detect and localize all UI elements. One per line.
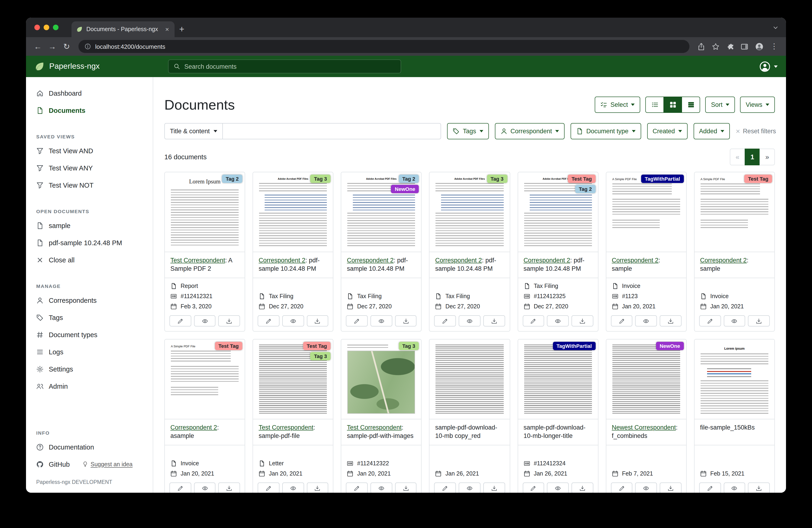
share-icon[interactable] xyxy=(697,42,705,51)
select-button[interactable]: Select xyxy=(595,97,640,113)
download-button[interactable] xyxy=(307,315,328,327)
view-button[interactable] xyxy=(635,483,657,493)
back-button[interactable]: ← xyxy=(32,42,44,51)
download-button[interactable] xyxy=(218,315,240,327)
edit-button[interactable] xyxy=(523,483,544,493)
sidebar-item-admin[interactable]: Admin xyxy=(26,377,153,395)
view-button[interactable] xyxy=(371,315,392,327)
tags-filter-button[interactable]: Tags xyxy=(447,123,489,139)
sidebar-item-correspondents[interactable]: Correspondents xyxy=(26,291,153,309)
close-all-button[interactable]: Close all xyxy=(26,251,153,268)
browser-menu-icon[interactable]: ⋮ xyxy=(768,43,780,50)
reload-button[interactable]: ↻ xyxy=(60,42,73,51)
edit-button[interactable] xyxy=(699,483,721,493)
correspondent-link[interactable]: Test Correspondent xyxy=(259,424,314,431)
correspondent-link[interactable]: Correspondent 2 xyxy=(700,257,747,264)
views-button[interactable]: Views xyxy=(740,97,775,113)
document-thumbnail[interactable]: Adobe Acrobat PDF FilesTag 3 xyxy=(430,172,509,252)
global-search-input[interactable]: Search documents xyxy=(168,59,401,73)
document-thumbnail[interactable]: A Simple PDF FileTest Tag xyxy=(695,172,774,252)
tag-badge[interactable]: Tag 3 xyxy=(310,175,331,183)
suggest-idea-link[interactable]: Suggest an idea xyxy=(82,461,133,467)
download-button[interactable] xyxy=(660,315,681,327)
tag-badge[interactable]: Test Tag xyxy=(215,342,242,350)
document-thumbnail[interactable]: Tag 3 xyxy=(342,340,421,419)
view-button[interactable] xyxy=(547,483,569,493)
open-document-pdf-sample-10-24-48-pm[interactable]: pdf-sample 10.24.48 PM xyxy=(26,234,153,251)
sidebar-item-documents[interactable]: Documents xyxy=(26,102,153,119)
correspondent-link[interactable]: Test Correspondent xyxy=(347,424,402,431)
tag-badge[interactable]: Tag 3 xyxy=(398,342,419,350)
window-minimize-button[interactable] xyxy=(44,25,49,30)
tag-badge[interactable]: NewOne xyxy=(656,342,684,350)
edit-button[interactable] xyxy=(346,483,368,493)
pagination-page-1[interactable]: 1 xyxy=(745,148,760,165)
edit-button[interactable] xyxy=(170,315,191,327)
document-thumbnail[interactable] xyxy=(430,340,509,419)
edit-button[interactable] xyxy=(611,483,632,493)
tag-badge[interactable]: TagWithPartial xyxy=(641,175,684,183)
correspondent-link[interactable]: Correspondent 2 xyxy=(523,257,570,264)
view-button[interactable] xyxy=(547,315,569,327)
document-type-filter-button[interactable]: Document type xyxy=(570,123,641,139)
sort-button[interactable]: Sort xyxy=(706,97,735,113)
view-button[interactable] xyxy=(371,483,392,493)
document-thumbnail[interactable]: Test TagTag 3 xyxy=(253,340,333,419)
download-button[interactable] xyxy=(748,315,770,327)
sidebar-item-documentation[interactable]: Documentation xyxy=(26,438,153,456)
edit-button[interactable] xyxy=(170,483,191,493)
download-button[interactable] xyxy=(571,315,593,327)
document-thumbnail[interactable]: A Simple PDF FileTest Tag xyxy=(165,340,245,419)
correspondent-link[interactable]: Test Correspondent xyxy=(170,257,225,264)
download-button[interactable] xyxy=(483,483,505,493)
document-thumbnail[interactable]: NewOne xyxy=(606,340,686,419)
document-thumbnail[interactable]: Lorem IpsumTag 2 xyxy=(165,172,245,252)
created-filter-button[interactable]: Created xyxy=(647,123,687,139)
forward-button[interactable]: → xyxy=(46,42,58,51)
view-button[interactable] xyxy=(194,483,215,493)
correspondent-link[interactable]: Correspondent 2 xyxy=(170,424,217,431)
pagination-next-button[interactable]: » xyxy=(759,148,775,165)
browser-tab[interactable]: Documents - Paperless-ngx × xyxy=(72,22,175,37)
window-close-button[interactable] xyxy=(34,25,40,30)
view-button[interactable] xyxy=(724,483,745,493)
correspondent-link[interactable]: Correspondent 2 xyxy=(612,257,658,264)
filter-text-input[interactable] xyxy=(223,123,441,139)
tag-badge[interactable]: Test Tag xyxy=(568,175,595,183)
correspondent-link[interactable]: Correspondent 2 xyxy=(435,257,482,264)
app-brand[interactable]: Paperless-ngx xyxy=(34,61,156,72)
edit-button[interactable] xyxy=(699,315,721,327)
tag-badge[interactable]: TagWithPartial xyxy=(553,342,595,350)
tab-close-icon[interactable]: × xyxy=(164,26,170,33)
download-button[interactable] xyxy=(218,483,240,493)
sidebar-item-tags[interactable]: Tags xyxy=(26,309,153,326)
document-thumbnail[interactable]: Lorem ipsum xyxy=(695,340,774,419)
correspondent-filter-button[interactable]: Correspondent xyxy=(495,123,565,139)
added-filter-button[interactable]: Added xyxy=(693,123,729,139)
document-thumbnail[interactable]: TagWithPartial xyxy=(518,340,598,419)
tag-badge[interactable]: Tag 3 xyxy=(487,175,507,183)
saved-view-test-view-and[interactable]: Test View AND xyxy=(26,142,153,159)
edit-button[interactable] xyxy=(346,315,368,327)
tag-badge[interactable]: Tag 3 xyxy=(310,352,331,360)
document-thumbnail[interactable]: Adobe Acrobat PDF FilesTag 3 xyxy=(253,172,333,252)
edit-button[interactable] xyxy=(523,315,544,327)
reset-filters-button[interactable]: × Reset filters xyxy=(736,127,776,135)
download-button[interactable] xyxy=(395,315,417,327)
saved-view-test-view-not[interactable]: Test View NOT xyxy=(26,176,153,194)
sidebar-item-github[interactable]: GitHubSuggest an idea xyxy=(26,456,153,473)
sidebar-item-dashboard[interactable]: Dashboard xyxy=(26,85,153,102)
edit-button[interactable] xyxy=(434,315,456,327)
view-button[interactable] xyxy=(194,315,215,327)
extensions-icon[interactable] xyxy=(726,42,734,51)
title-content-dropdown[interactable]: Title & content xyxy=(164,123,223,139)
profile-avatar-icon[interactable] xyxy=(755,42,764,51)
tag-badge[interactable]: Tag 2 xyxy=(575,185,596,193)
edit-button[interactable] xyxy=(611,315,632,327)
download-button[interactable] xyxy=(395,483,417,493)
download-button[interactable] xyxy=(483,315,505,327)
split-view-icon[interactable] xyxy=(740,42,749,51)
tag-badge[interactable]: Tag 2 xyxy=(398,175,419,183)
bookmark-star-icon[interactable] xyxy=(712,42,720,51)
window-zoom-button[interactable] xyxy=(53,25,58,30)
